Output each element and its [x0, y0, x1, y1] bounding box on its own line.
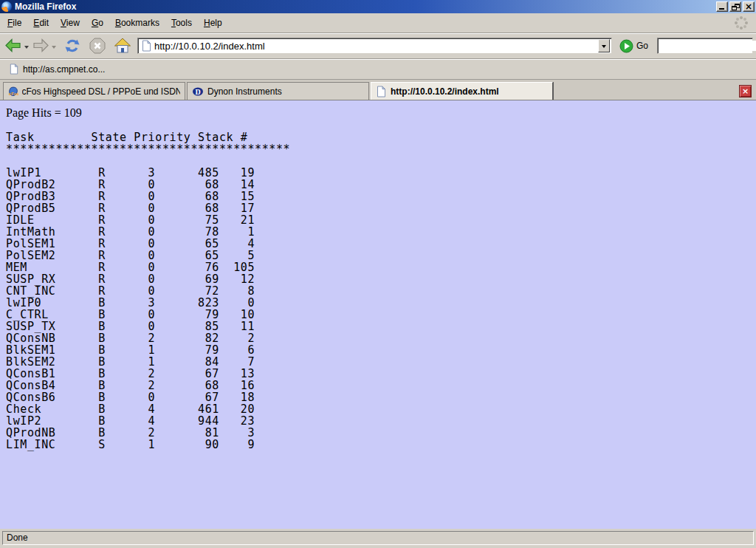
status-panel: Done: [2, 531, 754, 545]
stop-button[interactable]: [87, 35, 108, 56]
window-title: Mozilla Firefox: [15, 1, 76, 12]
go-label: Go: [636, 41, 648, 51]
svg-text:cFos: cFos: [9, 92, 18, 96]
menu-bar: FileEditViewGoBookmarksToolsHelp: [0, 13, 756, 33]
go-button[interactable]: Go: [616, 39, 651, 53]
menu-bookmarks[interactable]: Bookmarks: [109, 15, 165, 31]
home-icon: [114, 37, 131, 55]
window-controls: ×: [716, 1, 755, 12]
task-table: Task State Priority Stack # ************…: [6, 131, 750, 451]
home-button[interactable]: [112, 35, 133, 56]
bookmarks-toolbar: http://as.cmpnet.co...: [0, 59, 756, 80]
forward-button[interactable]: [30, 36, 51, 55]
menu-help[interactable]: Help: [198, 15, 228, 31]
chevron-down-icon: [602, 45, 606, 50]
close-icon: ×: [745, 3, 752, 10]
tab-index-html[interactable]: http://10.0.10.2/index.html: [371, 82, 553, 100]
minimize-button[interactable]: [716, 1, 728, 12]
menu-file[interactable]: File: [1, 15, 27, 31]
go-icon: [619, 39, 633, 53]
tab-label: cFos Highspeed DSL / PPPoE und ISDN CAP.…: [22, 86, 180, 97]
status-bar: Done: [0, 529, 756, 548]
page-icon: [376, 86, 387, 97]
cfos-icon: cFos: [8, 86, 18, 97]
tab-dynon[interactable]: D Dynon Instruments: [187, 82, 369, 100]
url-input[interactable]: [154, 41, 596, 52]
tab-cfos[interactable]: cFos cFos Highspeed DSL / PPPoE und ISDN…: [3, 82, 185, 100]
page-icon: [9, 64, 19, 75]
close-tab-button[interactable]: ×: [739, 85, 752, 97]
restore-button[interactable]: [729, 1, 741, 12]
search-input[interactable]: [661, 41, 756, 51]
menu-edit[interactable]: Edit: [27, 15, 55, 31]
minimize-icon: [719, 8, 724, 10]
bookmark-item[interactable]: http://as.cmpnet.co...: [6, 62, 108, 76]
reload-icon: [63, 37, 81, 55]
stop-icon: [89, 37, 106, 55]
menu-tools[interactable]: Tools: [165, 15, 198, 31]
throbber-icon: [732, 14, 750, 32]
bookmark-label: http://as.cmpnet.co...: [23, 64, 105, 75]
tab-bar: cFos cFos Highspeed DSL / PPPoE und ISDN…: [0, 80, 756, 100]
svg-text:D: D: [196, 87, 201, 95]
dynon-icon: D: [192, 86, 204, 97]
menu-view[interactable]: View: [55, 15, 86, 31]
back-button[interactable]: [3, 36, 24, 55]
url-dropdown-button[interactable]: [598, 39, 610, 52]
forward-dropdown[interactable]: [52, 46, 56, 51]
status-text: Done: [7, 532, 28, 543]
close-icon: ×: [742, 87, 749, 95]
forward-icon: [32, 38, 49, 54]
close-button[interactable]: ×: [743, 1, 755, 12]
search-box: G: [657, 38, 753, 54]
back-dropdown[interactable]: [24, 46, 29, 51]
url-bar: [137, 38, 612, 54]
browser-window: Mozilla Firefox × FileEditViewGoBookmark…: [0, 0, 756, 548]
firefox-icon: [1, 1, 12, 12]
page-content: Page Hits = 109 Task State Priority Stac…: [0, 100, 756, 529]
navigation-toolbar: Go G: [0, 33, 756, 59]
title-bar: Mozilla Firefox ×: [0, 0, 756, 13]
tab-label: http://10.0.10.2/index.html: [391, 86, 499, 97]
page-icon: [141, 40, 152, 52]
reload-button[interactable]: [62, 35, 83, 56]
menu-go[interactable]: Go: [86, 15, 109, 31]
tab-label: Dynon Instruments: [207, 86, 282, 97]
page-hits-text: Page Hits = 109: [6, 106, 750, 120]
back-icon: [4, 38, 22, 54]
